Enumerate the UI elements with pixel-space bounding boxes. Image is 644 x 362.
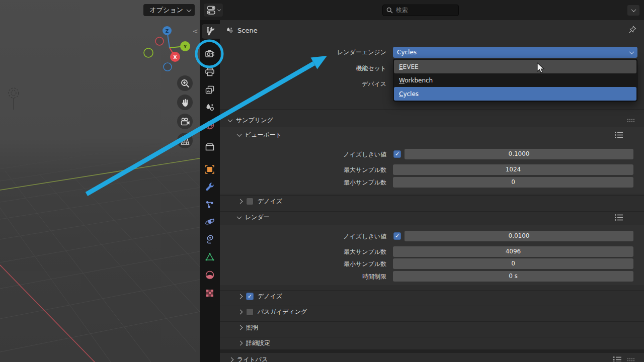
tab-output[interactable]: [204, 66, 216, 78]
path-guiding-subpanel-header[interactable]: パスガイディング: [220, 306, 644, 318]
render-noise-threshold-field[interactable]: 0.0100: [405, 231, 633, 241]
wrench-icon: [204, 181, 216, 193]
render-min-samples-field[interactable]: 0: [393, 258, 633, 269]
tab-world[interactable]: [204, 119, 216, 131]
presets-list-icon[interactable]: [613, 356, 622, 362]
render-noise-threshold-checkbox[interactable]: ✓: [393, 232, 401, 240]
chevron-down-icon: [631, 7, 636, 12]
presets-list-icon[interactable]: [615, 214, 623, 221]
tool-icon: [204, 25, 216, 37]
camera-view-button[interactable]: [177, 114, 193, 129]
engine-menu: EEVEE Workbench Cycles: [393, 59, 637, 102]
scene-icon: [204, 102, 216, 114]
pin-icon[interactable]: [628, 25, 637, 36]
grip-icon[interactable]: [627, 357, 636, 362]
light-paths-title: ライトパス: [237, 355, 268, 362]
tab-view-layer[interactable]: [204, 84, 216, 96]
tab-physics[interactable]: [204, 216, 216, 228]
pan-button[interactable]: [177, 95, 193, 110]
axis-minus-z-ball[interactable]: [164, 63, 172, 71]
feature-set-label: 機能セット: [220, 63, 386, 74]
chevron-right-icon: [238, 341, 243, 346]
viewport-max-samples-field[interactable]: 1024: [393, 164, 633, 175]
images-stack-icon: [204, 84, 216, 96]
engine-dropdown[interactable]: Cycles: [393, 47, 637, 58]
lights-subpanel-header[interactable]: 照明: [220, 322, 644, 333]
render-subpanel-title: レンダー: [245, 213, 270, 222]
tab-material[interactable]: [204, 269, 216, 281]
advanced-subpanel-header[interactable]: 詳細設定: [220, 337, 644, 349]
light-object-widget[interactable]: [9, 88, 19, 110]
properties-search-input[interactable]: 検索: [382, 5, 459, 16]
tab-render[interactable]: [204, 48, 216, 60]
viewport-noise-threshold-checkbox[interactable]: ✓: [393, 150, 401, 158]
path-guiding-label: パスガイディング: [258, 308, 307, 316]
chevron-right-icon: [229, 357, 234, 362]
tab-object-data[interactable]: [204, 251, 216, 263]
render-noise-threshold-label: ノイズしきい値: [220, 231, 386, 242]
sampling-panel-header[interactable]: サンプリング: [220, 115, 644, 126]
viewport-noise-threshold-label: ノイズしきい値: [220, 149, 386, 160]
viewport-options-button[interactable]: オプション: [143, 4, 195, 16]
texture-checker-icon: [204, 287, 216, 299]
menu-item-cycles[interactable]: Cycles: [394, 87, 636, 101]
axis-x-label: X: [174, 55, 177, 60]
viewport-subpanel-header[interactable]: ビューポート: [220, 129, 644, 141]
viewport-denoise-checkbox[interactable]: [246, 198, 254, 205]
printer-icon: [204, 66, 216, 78]
render-denoise-label: デノイズ: [258, 292, 282, 301]
tab-collection[interactable]: [204, 141, 216, 153]
viewport-denoise-label: デノイズ: [258, 197, 282, 206]
mesh-data-icon: [204, 251, 216, 263]
editor-type-button[interactable]: [204, 4, 223, 17]
grid-icon: [180, 135, 191, 146]
chevron-right-icon: [238, 294, 243, 299]
chevron-right-icon: [238, 310, 243, 315]
tab-tool[interactable]: [204, 25, 216, 37]
properties-editor-icon: [207, 6, 217, 15]
tab-texture[interactable]: [204, 287, 216, 299]
panel-separator: [220, 109, 644, 110]
menu-item-workbench[interactable]: Workbench: [394, 73, 636, 87]
tab-modifiers[interactable]: [204, 181, 216, 193]
constraints-icon: [204, 233, 216, 245]
search-placeholder: 検索: [396, 6, 408, 15]
toggle-projection-button[interactable]: [177, 133, 193, 148]
time-limit-field[interactable]: 0 s: [393, 271, 633, 282]
time-limit-label: 時間制限: [220, 271, 386, 282]
camera-icon: [180, 116, 191, 127]
material-sphere-icon: [204, 269, 216, 281]
render-max-samples-field[interactable]: 4096: [393, 246, 633, 257]
light-paths-panel-header[interactable]: ライトパス: [220, 354, 644, 362]
tab-scene[interactable]: [204, 102, 216, 114]
tab-constraints[interactable]: [204, 233, 216, 245]
chevron-down-icon: [187, 7, 192, 12]
render-subpanel-header[interactable]: レンダー: [220, 212, 644, 223]
viewport-noise-threshold-field[interactable]: 0.1000: [405, 149, 633, 159]
particles-icon: [204, 199, 216, 211]
properties-tab-strip: [200, 20, 220, 362]
engine-value: Cycles: [397, 49, 417, 56]
chevron-right-icon: [238, 199, 243, 204]
zoom-button[interactable]: [177, 75, 193, 91]
viewport-min-samples-field[interactable]: 0: [393, 177, 633, 188]
tab-particles[interactable]: [204, 199, 216, 211]
properties-header: 検索: [200, 0, 644, 20]
grip-icon[interactable]: [627, 118, 636, 123]
axis-minus-y-ball[interactable]: [144, 48, 153, 57]
viewport-denoise-subpanel-header[interactable]: デノイズ: [220, 196, 644, 207]
tab-object[interactable]: [204, 163, 216, 175]
breadcrumb[interactable]: Scene: [225, 24, 258, 36]
header-options-button[interactable]: [627, 5, 639, 16]
y-axis-line: [0, 158, 200, 190]
sampling-title: サンプリング: [236, 116, 273, 125]
axis-minus-x-ball[interactable]: [155, 37, 164, 45]
path-guiding-checkbox[interactable]: [246, 308, 254, 316]
viewport-max-samples-label: 最大サンプル数: [220, 164, 386, 175]
menu-item-eevee[interactable]: EEVEE: [394, 60, 636, 73]
navigation-gizmo[interactable]: Z Y X: [141, 23, 196, 73]
3d-viewport[interactable]: オプション < Z Y X: [0, 0, 200, 362]
render-denoise-checkbox[interactable]: ✓: [246, 293, 254, 300]
presets-list-icon[interactable]: [615, 131, 623, 139]
render-denoise-subpanel-header[interactable]: ✓ デノイズ: [220, 291, 644, 302]
